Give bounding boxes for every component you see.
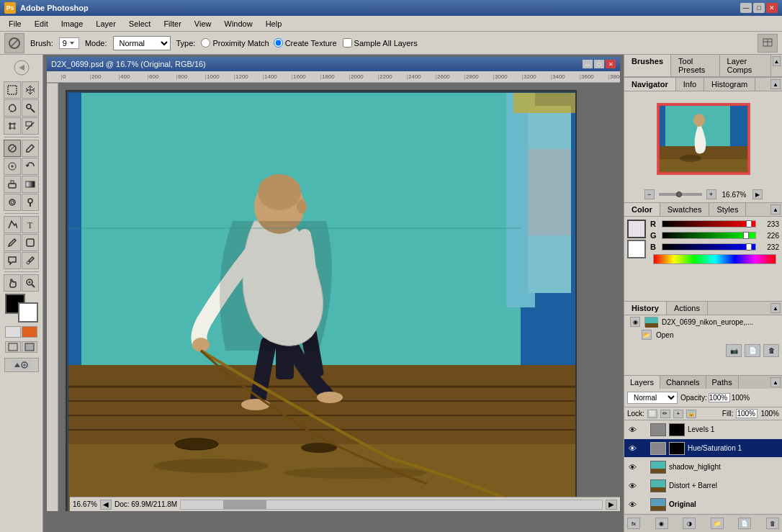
opacity-input[interactable] bbox=[709, 393, 730, 402]
lock-all[interactable]: 🔒 bbox=[686, 410, 696, 418]
color-swatches[interactable] bbox=[5, 294, 38, 323]
tab-brushes[interactable]: Brushes bbox=[624, 55, 671, 76]
create-texture-radio[interactable] bbox=[274, 38, 283, 48]
background-color[interactable] bbox=[18, 302, 38, 323]
lock-position[interactable]: + bbox=[673, 410, 683, 418]
mode-dropdown[interactable]: Normal bbox=[113, 36, 171, 50]
nav-zoom-thumb[interactable] bbox=[676, 191, 682, 197]
maximize-button[interactable]: □ bbox=[753, 3, 765, 13]
nav-zoom-out[interactable]: − bbox=[644, 189, 655, 199]
layers-mode-dropdown[interactable]: Normal bbox=[627, 392, 678, 404]
clone-stamp-tool[interactable] bbox=[4, 158, 21, 175]
add-style-btn[interactable]: fx bbox=[627, 518, 640, 529]
g-slider[interactable] bbox=[662, 232, 756, 239]
palette-button[interactable] bbox=[758, 34, 778, 53]
zoom-tool[interactable] bbox=[22, 274, 39, 292]
shape-tool[interactable] bbox=[22, 234, 39, 251]
imageready-button[interactable] bbox=[4, 358, 39, 372]
add-mask-btn[interactable]: ◉ bbox=[655, 518, 668, 529]
brushes-collapse-btn[interactable]: ▲ bbox=[773, 56, 781, 66]
status-arrow-right[interactable]: ▶ bbox=[606, 500, 617, 510]
pen-tool[interactable] bbox=[4, 234, 21, 251]
tab-swatches[interactable]: Swatches bbox=[660, 203, 710, 216]
color-spectrum[interactable] bbox=[653, 254, 776, 264]
tab-tool-presets[interactable]: Tool Presets bbox=[671, 55, 720, 76]
background-color-swatch[interactable] bbox=[627, 240, 646, 258]
new-fill-layer-btn[interactable]: ◑ bbox=[683, 518, 696, 529]
hand-tool[interactable] bbox=[4, 274, 21, 292]
layer-visibility-eye[interactable]: 👁 bbox=[627, 443, 637, 454]
navigator-collapse-btn[interactable]: ▲ bbox=[770, 79, 781, 89]
nav-zoom-slider[interactable] bbox=[659, 193, 702, 196]
layer-visibility-eye[interactable]: 👁 bbox=[627, 462, 637, 472]
history-file-item[interactable]: ◉ D2X_0699_nikon_europe,.... bbox=[624, 315, 782, 328]
tab-histogram[interactable]: Histogram bbox=[704, 78, 755, 91]
menu-image[interactable]: Image bbox=[55, 18, 89, 30]
close-button[interactable]: ✕ bbox=[766, 3, 778, 13]
tab-info[interactable]: Info bbox=[676, 78, 704, 91]
delete-layer-btn[interactable]: 🗑 bbox=[766, 518, 779, 529]
status-arrow-left[interactable]: ◀ bbox=[100, 500, 112, 510]
layers-collapse-btn[interactable]: ▲ bbox=[770, 377, 781, 387]
history-brush-tool[interactable] bbox=[22, 158, 39, 175]
b-slider-thumb[interactable] bbox=[746, 243, 752, 251]
tab-paths[interactable]: Paths bbox=[706, 376, 739, 389]
minimize-button[interactable]: — bbox=[740, 3, 752, 13]
tab-history[interactable]: History bbox=[624, 302, 667, 315]
tab-layer-comps[interactable]: Layer Comps bbox=[720, 55, 771, 76]
history-new-document[interactable]: 📄 bbox=[745, 344, 760, 357]
eraser-tool[interactable] bbox=[4, 176, 21, 193]
tab-navigator[interactable]: Navigator bbox=[624, 78, 676, 91]
gradient-tool[interactable] bbox=[22, 176, 39, 193]
doc-close[interactable]: ✕ bbox=[606, 60, 616, 68]
layer-item-selected[interactable]: 👁 Hue/Saturation 1 bbox=[624, 439, 782, 458]
layer-visibility-eye[interactable]: 👁 bbox=[627, 425, 637, 435]
menu-filter[interactable]: Filter bbox=[158, 18, 186, 30]
color-collapse-btn[interactable]: ▲ bbox=[770, 204, 781, 215]
foreground-color-swatch[interactable] bbox=[627, 220, 646, 238]
quick-mask-mode[interactable] bbox=[22, 326, 37, 338]
tab-layers[interactable]: Layers bbox=[624, 376, 660, 389]
menu-file[interactable]: File bbox=[3, 18, 27, 30]
crop-tool[interactable] bbox=[4, 117, 21, 135]
layer-visibility-eye[interactable]: 👁 bbox=[627, 481, 637, 491]
history-new-snapshot[interactable]: 📷 bbox=[726, 344, 742, 357]
new-layer-btn[interactable]: 📄 bbox=[738, 518, 751, 529]
menu-layer[interactable]: Layer bbox=[90, 18, 122, 30]
brush-size-control[interactable]: 9 bbox=[59, 37, 79, 49]
tab-channels[interactable]: Channels bbox=[660, 376, 706, 389]
layer-item[interactable]: 👁 Distort + Barrel bbox=[624, 477, 782, 495]
type-tool[interactable]: T bbox=[22, 216, 39, 233]
scroll-thumb-h[interactable] bbox=[223, 500, 266, 509]
brush-tool[interactable] bbox=[22, 140, 39, 157]
r-slider[interactable] bbox=[662, 220, 756, 227]
create-texture-option[interactable]: Create Texture bbox=[274, 38, 337, 48]
proximity-match-option[interactable]: Proximity Match bbox=[201, 38, 269, 48]
layer-item[interactable]: 👁 Original bbox=[624, 495, 782, 514]
doc-minimize[interactable]: — bbox=[583, 60, 593, 68]
menu-help[interactable]: Help bbox=[260, 18, 288, 30]
scroll-track-h[interactable] bbox=[180, 500, 603, 510]
b-slider[interactable] bbox=[662, 243, 756, 251]
tab-actions[interactable]: Actions bbox=[667, 302, 708, 315]
fill-input[interactable] bbox=[736, 409, 758, 418]
tab-color[interactable]: Color bbox=[624, 203, 660, 216]
menu-select[interactable]: Select bbox=[123, 18, 157, 30]
path-tool[interactable] bbox=[4, 216, 21, 233]
doc-maximize[interactable]: □ bbox=[594, 60, 604, 68]
standard-screen-mode[interactable] bbox=[5, 341, 21, 353]
sample-all-layers-option[interactable]: Sample All Layers bbox=[343, 38, 418, 48]
history-collapse-btn[interactable]: ▲ bbox=[770, 303, 781, 313]
healing-brush-tool[interactable] bbox=[4, 140, 21, 157]
photo-canvas[interactable]: ©2005 Vincent Bockaert 123di . com bbox=[66, 90, 577, 511]
blur-tool[interactable] bbox=[4, 194, 21, 211]
menu-edit[interactable]: Edit bbox=[29, 18, 54, 30]
layer-item[interactable]: 👁 shadow_higlight bbox=[624, 458, 782, 477]
nav-zoom-expand[interactable]: ▶ bbox=[752, 189, 763, 199]
tab-styles[interactable]: Styles bbox=[709, 203, 746, 216]
eyedropper-tool[interactable] bbox=[22, 252, 39, 269]
annotation-tool[interactable] bbox=[4, 252, 21, 269]
menu-view[interactable]: View bbox=[189, 18, 217, 30]
lock-transparent-pixels[interactable]: ⬜ bbox=[647, 410, 657, 418]
dodge-tool[interactable] bbox=[22, 194, 39, 211]
